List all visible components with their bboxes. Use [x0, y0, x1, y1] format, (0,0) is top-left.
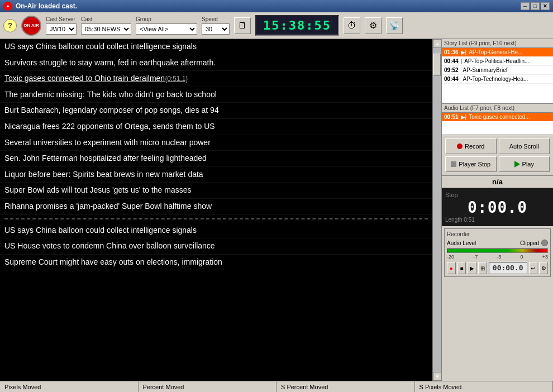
- audio-level-section: Audio Level Clipped: [447, 240, 548, 246]
- auto-scroll-button[interactable]: Auto Scroll: [499, 138, 550, 154]
- list-item[interactable]: Supreme Court might have easy outs on el…: [0, 255, 432, 271]
- rec-play-button[interactable]: ▶: [468, 262, 476, 274]
- speed-select[interactable]: 30: [202, 23, 230, 35]
- audio-item[interactable]: 00:51 ▶| Toxic gases connected...: [442, 113, 553, 121]
- item-text: Supreme Court might have easy outs on el…: [4, 257, 222, 266]
- player-stop-button[interactable]: Player Stop: [445, 156, 497, 172]
- clipped-indicator: Clipped: [520, 240, 548, 246]
- app-icon: ●: [3, 2, 12, 11]
- titlebar: ● On-Air loaded cast. ─ □ ✕: [0, 0, 553, 12]
- minimize-button[interactable]: ─: [521, 2, 530, 10]
- clipped-dot: [541, 240, 548, 246]
- window-controls[interactable]: ─ □ ✕: [521, 2, 550, 10]
- item-text: Toxic gases connected to Ohio train dera…: [4, 74, 165, 83]
- timer-length: Length 0:51: [445, 217, 550, 223]
- item-text: Sen. John Fetterman hospitalized after f…: [4, 154, 207, 162]
- list-item[interactable]: Nicaragua frees 222 opponents of Ortega,…: [0, 119, 432, 135]
- item-text: Survivors struggle to stay warm, fed in …: [4, 58, 216, 67]
- list-item[interactable]: US says China balloon could collect inte…: [0, 223, 432, 239]
- story-title: AP-Top-General-He...: [469, 49, 522, 55]
- scroll-track[interactable]: [433, 48, 441, 372]
- scroll-up-button[interactable]: ▲: [433, 39, 441, 48]
- group-label: Group: [136, 16, 197, 22]
- list-item[interactable]: Super Bowl ads will tout Jesus 'gets us'…: [0, 183, 432, 199]
- calculator-button[interactable]: 🗒: [234, 17, 251, 34]
- cast-server-group: Cast Server JW10: [46, 16, 77, 35]
- help-button[interactable]: ?: [3, 19, 17, 32]
- record-label: Record: [465, 143, 484, 150]
- list-item[interactable]: Liquor before beer: Spirits beat brews i…: [0, 167, 432, 183]
- broadcast-button[interactable]: 📡: [386, 17, 403, 34]
- story-time: 09:52: [444, 67, 459, 73]
- audio-icon: ▶|: [461, 114, 467, 120]
- cast-label: Cast: [81, 16, 131, 22]
- list-item-active[interactable]: Toxic gases connected to Ohio train dera…: [0, 71, 432, 87]
- right-panel: Story List (F9 prior, F10 next) 01:36 ▶|…: [441, 39, 553, 381]
- timer-button[interactable]: ⏱: [344, 17, 360, 34]
- rec-loop-button[interactable]: ⊞: [478, 262, 487, 274]
- cast-server-select[interactable]: JW10: [46, 23, 77, 35]
- statusbar: Pixels Moved Percent Moved S Percent Mov…: [0, 381, 553, 392]
- list-item[interactable]: US says China balloon could collect inte…: [0, 39, 432, 55]
- status-s-percent-moved: S Percent Moved: [276, 381, 415, 392]
- level-mark-3: -3: [497, 254, 501, 260]
- item-text: Nicaragua frees 222 opponents of Ortega,…: [4, 122, 215, 131]
- story-item[interactable]: 09:52 AP-SummaryBrief: [442, 66, 553, 75]
- section-divider: [4, 218, 428, 219]
- story-item[interactable]: 00:44 | AP-Top-Political-Headlin...: [442, 57, 553, 66]
- level-bar: [447, 248, 548, 253]
- scroll-thumb[interactable]: [433, 54, 441, 76]
- list-item[interactable]: The pandemic missing: The kids who didn'…: [0, 87, 432, 103]
- item-text: The pandemic missing: The kids who didn'…: [4, 90, 217, 99]
- list-item[interactable]: Survivors struggle to stay warm, fed in …: [0, 55, 432, 71]
- play-button[interactable]: Play: [499, 156, 550, 172]
- story-time: 00:44: [444, 76, 459, 82]
- rundown-wrapper: US says China balloon could collect inte…: [0, 39, 441, 381]
- control-buttons: Record Auto Scroll Player Stop Play: [442, 135, 553, 175]
- ctrl-row-2: Player Stop Play: [445, 156, 550, 172]
- rec-rewind-button[interactable]: ↩: [529, 262, 538, 274]
- list-item[interactable]: Several universities to experiment with …: [0, 135, 432, 151]
- record-button[interactable]: Record: [445, 138, 497, 154]
- story-title: AP-Top-Technology-Hea...: [463, 76, 528, 82]
- rec-stop-button[interactable]: ■: [457, 262, 466, 274]
- level-mark-1: -20: [447, 254, 454, 260]
- story-title: AP-Top-Political-Headlin...: [464, 58, 529, 64]
- recorder-title: Recorder: [447, 231, 548, 237]
- timer-panel: Stop 0:00.0 Length 0:51: [442, 188, 553, 226]
- rec-options-button[interactable]: ⚙: [539, 262, 548, 274]
- on-air-button[interactable]: ON AIR: [21, 16, 41, 36]
- list-item[interactable]: US House votes to condemn China over bal…: [0, 238, 432, 255]
- audio-level-label: Audio Level: [447, 240, 476, 246]
- list-item[interactable]: Rihanna promises a 'jam-packed' Super Bo…: [0, 199, 432, 215]
- rec-record-button[interactable]: ●: [447, 262, 456, 274]
- list-item[interactable]: Burt Bacharach, legendary composer of po…: [0, 103, 432, 119]
- rec-time-display: 00:00.0: [489, 262, 527, 274]
- rundown-content[interactable]: US says China balloon could collect inte…: [0, 39, 432, 381]
- audio-time: 00:51: [444, 114, 459, 120]
- audio-list-header: Audio List (F7 prior, F8 next): [442, 104, 553, 113]
- story-list-header: Story List (F9 prior, F10 next): [442, 39, 553, 48]
- status-s-pixels-moved: S Pixels Moved: [415, 381, 554, 392]
- settings-button[interactable]: ⚙: [365, 17, 382, 34]
- story-item[interactable]: 00:44 AP-Top-Technology-Hea...: [442, 75, 553, 84]
- close-button[interactable]: ✕: [541, 2, 550, 10]
- item-text: Several universities to experiment with …: [4, 138, 211, 147]
- cast-select[interactable]: 05:30 NEWS: [81, 23, 131, 35]
- story-list: 01:36 ▶| AP-Top-General-He... 00:44 | AP…: [442, 48, 553, 104]
- group-select[interactable]: <View All>: [136, 23, 197, 35]
- story-title: AP-SummaryBrief: [463, 67, 508, 73]
- main-container: US says China balloon could collect inte…: [0, 39, 553, 381]
- maximize-button[interactable]: □: [531, 2, 540, 10]
- story-item[interactable]: 01:36 ▶| AP-Top-General-He...: [442, 48, 553, 57]
- group-group: Group <View All>: [136, 16, 197, 35]
- timer-value: 0:00.0: [445, 198, 550, 217]
- item-text: Super Bowl ads will tout Jesus 'gets us'…: [4, 185, 192, 194]
- speed-label: Speed: [202, 16, 230, 22]
- clipped-label: Clipped: [520, 240, 539, 246]
- scroll-down-button[interactable]: ▼: [433, 372, 441, 381]
- story-icon: |: [461, 58, 463, 64]
- list-item[interactable]: Sen. John Fetterman hospitalized after f…: [0, 151, 432, 167]
- level-mark-5: +3: [542, 254, 548, 260]
- level-mark-2: -7: [473, 254, 478, 260]
